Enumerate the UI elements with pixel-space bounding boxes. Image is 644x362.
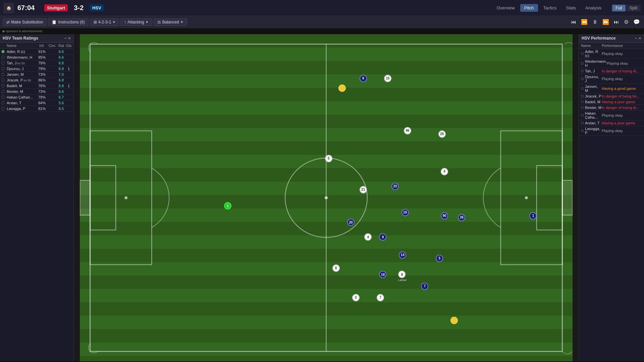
player-row[interactable]: Badeli, M 78% 5.8 1: [0, 83, 73, 89]
player-token[interactable]: 25: [438, 130, 446, 138]
token-circle: [338, 84, 346, 92]
style-icon: ⚖: [157, 20, 161, 24]
player-token[interactable]: 90: [441, 212, 448, 220]
player-token[interactable]: [450, 317, 458, 324]
player-token[interactable]: 3: [352, 294, 360, 301]
make-substitution-button[interactable]: ⇄ Make Substitution: [3, 18, 47, 26]
player-inf: 86%: [37, 78, 47, 82]
player-token[interactable]: 8: [360, 75, 367, 82]
perf-player-dot: [581, 106, 584, 109]
perf-close-button[interactable]: ×: [639, 36, 641, 41]
perf-row[interactable]: Jansen, M Having a good game.: [579, 84, 644, 94]
player-row[interactable]: Jiracek, Pon 55 86% 6.8: [0, 77, 73, 83]
close-button[interactable]: ×: [68, 36, 71, 41]
player-row[interactable]: Jansen, M 73% 7.0: [0, 72, 73, 77]
perf-player-dot: [581, 62, 584, 65]
player-token[interactable]: 1: [529, 212, 537, 220]
player-rat: 5.6: [57, 101, 65, 105]
fast-forward-button[interactable]: ⏩: [601, 19, 610, 25]
player-token[interactable]: 18: [379, 271, 386, 278]
player-token[interactable]: 7: [421, 283, 428, 290]
mentality-button[interactable]: ↑ Attacking ▼: [120, 18, 152, 26]
player-dot: [1, 90, 5, 93]
column-headers: Name Inf. Con Rat Gls: [0, 43, 73, 49]
player-token[interactable]: 8 Letner: [398, 271, 407, 282]
pause-button[interactable]: ⏸: [591, 19, 599, 25]
perf-row[interactable]: Jiracek, P In danger of being bo...: [579, 94, 644, 99]
token-circle: 19: [401, 209, 409, 216]
view-split-button[interactable]: Split: [626, 5, 641, 11]
player-token[interactable]: 26: [458, 214, 465, 221]
perf-player-dot: [581, 101, 584, 103]
player-dot: [1, 61, 5, 65]
player-name: Westermann, H: [7, 55, 37, 59]
player-row[interactable]: Arslan, T 84% 5.6: [0, 100, 73, 106]
tab-tactics[interactable]: Tactics: [539, 4, 561, 12]
player-token[interactable]: 5: [436, 255, 443, 262]
player-row[interactable]: Lasogga, P 81% 6.5: [0, 106, 73, 112]
mentality-arrow: ▼: [146, 20, 149, 24]
player-token[interactable]: 5: [325, 155, 332, 162]
chat-button[interactable]: 💬: [632, 19, 641, 25]
perf-player-dot: [581, 70, 584, 72]
player-token[interactable]: 46: [404, 127, 411, 134]
perf-player-status: Playing okay.: [602, 77, 642, 81]
perf-row[interactable]: Adler, R (c) Playing okay.: [579, 49, 644, 59]
perf-player-dot: [581, 52, 584, 55]
player-row[interactable]: Tah, Jon 55 79% 6.8: [0, 60, 73, 66]
player-token[interactable]: 14: [399, 251, 406, 259]
perf-player-status: Playing okay.: [602, 129, 642, 133]
player-row[interactable]: Adler, R (c) 91% 6.6: [0, 49, 73, 55]
tab-pitch[interactable]: Pitch: [520, 4, 538, 12]
skip-to-end-button[interactable]: ⏭: [612, 19, 621, 25]
perf-row[interactable]: Badeli, M Having a poor game.: [579, 99, 644, 105]
home-button[interactable]: 🏠: [3, 3, 14, 13]
tab-overview[interactable]: Overview: [492, 4, 519, 12]
player-token[interactable]: 21: [360, 186, 367, 193]
rewind-button[interactable]: ⏪: [580, 19, 589, 25]
perf-row[interactable]: Hakan Çalha... Playing okay.: [579, 111, 644, 120]
player-token[interactable]: 15: [384, 75, 391, 82]
perf-minimize-button[interactable]: −: [635, 36, 637, 41]
perf-panel-title: HSV Performance: [582, 36, 615, 41]
player-token[interactable]: 20: [347, 219, 355, 226]
perf-player-name: Jansen, M: [585, 84, 602, 93]
perf-row[interactable]: Westermann, H Playing okay.: [579, 59, 644, 68]
perf-row[interactable]: Tah, J In danger of losing di...: [579, 68, 644, 74]
minimize-button[interactable]: −: [64, 36, 67, 41]
player-row[interactable]: Djourou, J 79% 6.9 1: [0, 66, 73, 72]
player-token[interactable]: 9: [379, 233, 386, 241]
player-inf: 79%: [37, 67, 47, 71]
pitch[interactable]: 8 15 25 46 21 20 5: [80, 34, 573, 361]
player-token[interactable]: 19: [401, 209, 409, 216]
player-name: Beister, M: [7, 89, 37, 94]
skip-to-start-button[interactable]: ⏮: [570, 19, 578, 25]
ads-strip-top: ▶ sponsors & advertisements: [0, 28, 644, 34]
player-row[interactable]: Westermann, H 85% 6.6: [0, 55, 73, 60]
perf-col-name-header: Name: [581, 44, 602, 48]
perf-row[interactable]: Arslan, T Having a poor game.: [579, 120, 644, 126]
player-row[interactable]: Hakan Çalhan... 79% 6.7: [0, 95, 73, 100]
team-ratings-panel: HSV Team Ratings − × Name Inf. Con Rat G…: [0, 34, 74, 361]
tab-stats[interactable]: Stats: [562, 4, 580, 12]
perf-row[interactable]: Beister, M In danger of losing di...: [579, 105, 644, 111]
player-token[interactable]: 4: [441, 168, 448, 175]
formation-button[interactable]: ⊞ 4-2-3-1 ▼: [90, 18, 119, 26]
player-rat: 6.6: [57, 55, 65, 59]
player-token[interactable]: [338, 84, 346, 92]
tab-analysis[interactable]: Analysis: [581, 4, 605, 12]
perf-row[interactable]: Djourou, J Playing okay.: [579, 74, 644, 84]
player-row[interactable]: Beister, M 73% 6.6: [0, 89, 73, 95]
style-button[interactable]: ⚖ Balanced ▼: [154, 18, 187, 26]
player-token[interactable]: 6: [332, 264, 340, 272]
view-full-button[interactable]: Full: [612, 5, 625, 11]
player-token[interactable]: 4: [364, 233, 372, 241]
player-dot: [1, 56, 5, 59]
instructions-button[interactable]: 📋 Instructions (6): [48, 18, 88, 26]
player-token[interactable]: 7: [377, 294, 384, 301]
player-token[interactable]: 20: [391, 183, 399, 190]
player-inf: 73%: [37, 72, 47, 76]
settings-button[interactable]: ⚙: [623, 19, 630, 25]
player-token[interactable]: 1: [224, 202, 231, 209]
perf-row[interactable]: Lasogga, P Playing okay.: [579, 126, 644, 136]
